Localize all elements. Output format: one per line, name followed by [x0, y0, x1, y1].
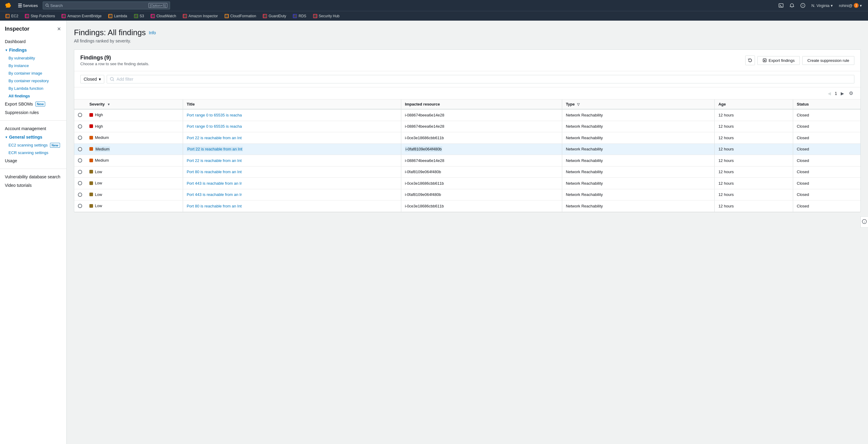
age-cell: 12 hours: [715, 166, 793, 178]
row-select-radio[interactable]: [78, 170, 82, 174]
sidebar-item-ec2-scanning[interactable]: EC2 scanning settings New: [0, 141, 66, 149]
general-settings-chevron: ▼: [5, 136, 8, 139]
sidebar-item-video-tutorials[interactable]: Video tutorials: [0, 181, 66, 189]
sidebar-item-ecr-scanning[interactable]: ECR scanning settings: [0, 149, 66, 156]
filter-search-bar[interactable]: [107, 75, 855, 83]
table-row[interactable]: Low Port 443 is reachable from an Iri-0f…: [74, 189, 861, 201]
terminal-icon-button[interactable]: [776, 0, 786, 11]
sidebar: Inspector ✕ Dashboard ▼ Findings By vuln…: [0, 21, 67, 444]
severity-dot: [89, 181, 93, 185]
row-select-radio[interactable]: [78, 158, 82, 162]
finding-title-link[interactable]: Port range 0 to 65535 is reacha: [187, 113, 253, 117]
service-tab-rds[interactable]: ⬛ RDS: [290, 11, 309, 21]
info-link[interactable]: Info: [149, 30, 156, 35]
service-tab-s3[interactable]: ⬛ S3: [131, 11, 147, 21]
table-row[interactable]: Medium Port 22 is reachable from an Inti…: [74, 132, 861, 144]
service-tab-inspector[interactable]: ⬛ Amazon Inspector: [180, 11, 221, 21]
sidebar-item-suppression-rules[interactable]: Suppression rules: [0, 108, 66, 117]
region-label: N. Virginia: [811, 3, 830, 8]
page-subtitle: All findings ranked by severity.: [74, 38, 861, 43]
service-tab-guardduty[interactable]: ⬛ GuardDuty: [260, 11, 289, 21]
sidebar-item-by-lambda[interactable]: By Lambda function: [0, 85, 66, 92]
service-tab-lambda[interactable]: ⬛ Lambda: [105, 11, 130, 21]
panel-subtitle: Choose a row to see the finding details.: [80, 62, 149, 66]
severity-badge: Low: [89, 170, 102, 174]
service-tab-eventbridge[interactable]: ⬛ Amazon EventBridge: [59, 11, 104, 21]
row-select-radio[interactable]: [78, 204, 82, 208]
finding-title-link[interactable]: Port 22 is reachable from an Int: [187, 158, 253, 163]
rds-icon: ⬛: [293, 14, 297, 18]
sidebar-item-general-settings[interactable]: ▼ General settings: [0, 133, 66, 141]
filter-search-input[interactable]: [117, 77, 851, 82]
table-row[interactable]: High Port range 0 to 65535 is reachai-08…: [74, 121, 861, 132]
search-bar[interactable]: [Option+S]: [43, 1, 170, 9]
pagination-prev-button[interactable]: ◀: [827, 90, 832, 96]
right-side-panel-icon[interactable]: i: [861, 216, 868, 228]
create-suppression-rule-button[interactable]: Create suppression rule: [802, 56, 855, 65]
row-select-radio[interactable]: [78, 181, 82, 185]
panel-header: Findings (9) Choose a row to see the fin…: [74, 50, 861, 71]
severity-badge: Low: [89, 204, 102, 208]
finding-title-link[interactable]: Port 443 is reachable from an Ir: [187, 181, 253, 186]
table-row[interactable]: Medium Port 22 is reachable from an Inti…: [74, 155, 861, 167]
table-row[interactable]: Low Port 80 is reachable from an Inti-0f…: [74, 166, 861, 178]
filter-status-dropdown[interactable]: Closed ▾: [80, 75, 104, 83]
sidebar-item-findings[interactable]: ▼ Findings: [0, 46, 66, 54]
table-row[interactable]: Medium Port 22 is reachable from an Inti…: [74, 144, 861, 155]
sidebar-item-all-findings[interactable]: All findings: [0, 92, 66, 100]
sidebar-item-account-management[interactable]: Account management: [0, 124, 66, 133]
services-button[interactable]: Services: [16, 0, 40, 11]
type-cell: Network Reachability: [562, 109, 714, 121]
finding-title-link[interactable]: Port range 0 to 65535 is reacha: [187, 124, 253, 128]
service-tab-cloudformation[interactable]: ⬛ CloudFormation: [221, 11, 259, 21]
findings-panel: Findings (9) Choose a row to see the fin…: [74, 50, 861, 212]
service-tab-cloudwatch[interactable]: ⬛ CloudWatch: [148, 11, 179, 21]
aws-logo[interactable]: [4, 1, 13, 10]
severity-label: Medium: [95, 158, 109, 162]
sidebar-item-dashboard[interactable]: Dashboard: [0, 37, 66, 46]
finding-title-link[interactable]: Port 80 is reachable from an Int: [187, 204, 253, 208]
table-header-row: Severity ▼ Title Impacted resource Type …: [74, 99, 861, 109]
finding-title-link[interactable]: Port 443 is reachable from an Ir: [187, 192, 253, 197]
user-menu[interactable]: rohini@ 3 ▾: [836, 0, 864, 11]
service-tab-step-functions[interactable]: ⬛ Step Functions: [22, 11, 58, 21]
svg-rect-0: [18, 4, 22, 4]
col-header-age: Age: [715, 99, 793, 109]
sidebar-close-button[interactable]: ✕: [56, 26, 62, 32]
col-header-severity[interactable]: Severity ▼: [86, 99, 183, 109]
pagination-next-button[interactable]: ▶: [839, 90, 845, 96]
row-select-radio[interactable]: [78, 136, 82, 140]
panel-count: (9): [104, 55, 111, 61]
sidebar-item-by-instance[interactable]: By instance: [0, 62, 66, 69]
type-cell: Network Reachability: [562, 144, 714, 155]
sidebar-item-export-sboms[interactable]: Export SBOMs New: [0, 100, 66, 108]
s3-icon: ⬛: [134, 14, 138, 18]
notifications-button[interactable]: [787, 0, 797, 11]
export-findings-button[interactable]: Export findings: [757, 56, 800, 65]
row-select-radio[interactable]: [78, 113, 82, 117]
row-select-radio[interactable]: [78, 193, 82, 197]
region-selector[interactable]: N. Virginia ▾: [809, 0, 835, 11]
service-tab-security-hub[interactable]: ⬛ Security Hub: [310, 11, 343, 21]
row-select-radio[interactable]: [78, 147, 82, 151]
sidebar-item-by-container-repository[interactable]: By container repository: [0, 77, 66, 85]
sidebar-item-by-vulnerability[interactable]: By vulnerability: [0, 54, 66, 62]
pagination-settings-button[interactable]: ⚙: [848, 90, 855, 97]
finding-title-link[interactable]: Port 80 is reachable from an Int: [187, 170, 253, 174]
row-select-radio[interactable]: [78, 124, 82, 128]
status-cell: Closed: [793, 201, 861, 212]
table-row[interactable]: Low Port 80 is reachable from an Inti-0c…: [74, 201, 861, 212]
table-row[interactable]: High Port range 0 to 65535 is reachai-08…: [74, 109, 861, 121]
finding-title-link[interactable]: Port 22 is reachable from an Int: [187, 147, 253, 151]
service-tab-ec2[interactable]: ⬛ EC2: [2, 11, 21, 21]
age-cell: 12 hours: [715, 109, 793, 121]
finding-title-link[interactable]: Port 22 is reachable from an Int: [187, 136, 253, 140]
table-row[interactable]: Low Port 443 is reachable from an Iri-0c…: [74, 178, 861, 189]
sidebar-item-vuln-db[interactable]: Vulnerability database search: [0, 173, 66, 181]
col-header-type[interactable]: Type ▽: [562, 99, 714, 109]
search-input[interactable]: [50, 3, 149, 8]
sidebar-item-by-container-image[interactable]: By container image: [0, 69, 66, 77]
help-button[interactable]: ?: [798, 0, 808, 11]
sidebar-item-usage[interactable]: Usage: [0, 156, 66, 165]
refresh-button[interactable]: [745, 56, 755, 65]
